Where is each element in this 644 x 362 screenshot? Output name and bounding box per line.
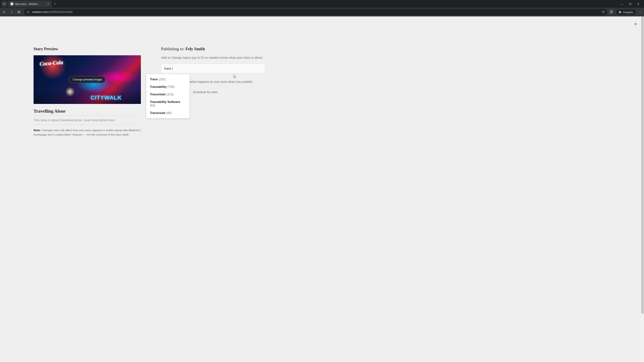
scrollbar-thumb[interactable]: [641, 16, 644, 314]
window-controls: [620, 2, 643, 6]
preview-note: Note: Changes here will affect how your …: [34, 128, 141, 137]
publishing-author[interactable]: Fely Smith: [186, 46, 205, 51]
topic-input[interactable]: [164, 67, 172, 70]
publishing-to-line: Publishing to: Fely Smith: [161, 46, 265, 51]
svg-rect-5: [28, 11, 29, 11]
autocomplete-item[interactable]: Traceroute (68): [146, 109, 190, 117]
story-preview-heading: Story Preview: [34, 46, 141, 51]
note-body: Changes here will affect how your story …: [34, 129, 141, 136]
url-text: medium.com/p/450f6a6826c0/edit: [32, 10, 600, 13]
publish-actions-row: Schedule for later: [193, 90, 265, 94]
browser-tab[interactable]: •• New story – Medium ✕: [8, 0, 52, 7]
svg-rect-2: [27, 11, 28, 11]
incognito-indicator[interactable]: Incognito: [616, 10, 636, 14]
svg-rect-1: [630, 3, 631, 5]
nav-reload-button[interactable]: [16, 9, 22, 14]
change-preview-image-button[interactable]: Change preview image: [69, 76, 106, 83]
incognito-icon: [618, 11, 622, 13]
mouse-cursor-icon: [234, 74, 236, 79]
story-subtitle-input[interactable]: This story is about travelling alone, in…: [34, 118, 141, 125]
window-maximize-button[interactable]: [628, 2, 632, 6]
svg-rect-6: [28, 12, 29, 13]
nav-forward-button[interactable]: [9, 9, 14, 14]
schedule-for-later-link[interactable]: Schedule for later: [193, 90, 218, 94]
browser-toolbar: medium.com/p/450f6a6826c0/edit Incognito…: [0, 8, 644, 16]
tab-search-dropdown[interactable]: [1, 1, 8, 7]
learn-more-text-fragment: what happens to your post when you publi…: [190, 80, 265, 84]
browser-menu-button[interactable]: ⋮: [639, 10, 642, 14]
window-close-button[interactable]: [636, 2, 640, 6]
svg-point-10: [620, 12, 621, 13]
site-info-icon[interactable]: [26, 10, 30, 13]
tab-bar: •• New story – Medium ✕ +: [0, 0, 644, 8]
topics-input-container[interactable]: Trace (131) Traceability (700) Tracechai…: [161, 64, 265, 73]
topic-autocomplete-dropdown: Trace (131) Traceability (700) Tracechai…: [146, 74, 190, 118]
publishing-to-prefix: Publishing to:: [161, 46, 186, 51]
side-panel-icon[interactable]: [610, 10, 613, 14]
address-bar[interactable]: medium.com/p/450f6a6826c0/edit: [24, 9, 607, 15]
browser-chrome: •• New story – Medium ✕ + medium.com/p/4…: [0, 0, 644, 16]
publish-modal: Story Preview Coca-Cola CITYWALK Change …: [0, 16, 644, 147]
autocomplete-item[interactable]: Traceability Software (91): [146, 98, 190, 109]
scrollbar-track[interactable]: [641, 16, 644, 362]
story-title-input[interactable]: Travelling Alone: [34, 109, 141, 116]
note-label: Note:: [34, 129, 41, 132]
bookmark-star-icon[interactable]: [602, 10, 605, 14]
tab-close-button[interactable]: ✕: [47, 2, 49, 5]
autocomplete-item[interactable]: Tracechain (113): [146, 91, 190, 98]
publish-settings-column: Publishing to: Fely Smith Add or change …: [161, 46, 265, 137]
autocomplete-item[interactable]: Trace (131): [146, 76, 190, 83]
window-minimize-button[interactable]: [620, 2, 624, 6]
tab-title: New story – Medium: [15, 2, 46, 5]
close-publish-modal-button[interactable]: ✕: [634, 22, 637, 26]
page-content: ✕ Story Preview Coca-Cola CITYWALK Chang…: [0, 16, 644, 362]
svg-rect-3: [27, 12, 29, 12]
incognito-label: Incognito: [623, 11, 633, 13]
nav-back-button[interactable]: [2, 9, 7, 14]
preview-image[interactable]: Coca-Cola CITYWALK Change preview image: [34, 55, 141, 104]
new-tab-button[interactable]: +: [52, 1, 58, 7]
story-preview-column: Story Preview Coca-Cola CITYWALK Change …: [34, 46, 141, 137]
svg-rect-4: [27, 12, 28, 13]
svg-point-9: [619, 12, 620, 13]
topics-hint-text: Add or change topics (up to 5) so reader…: [161, 55, 265, 60]
preview-image-decor-logo-top: Coca-Cola: [40, 59, 64, 67]
medium-favicon-icon: ••: [10, 2, 14, 5]
svg-rect-7: [610, 10, 613, 13]
autocomplete-item[interactable]: Traceability (700): [146, 83, 190, 91]
chevron-down-icon: [3, 3, 6, 5]
preview-image-decor-logo-bottom: CITYWALK: [90, 94, 122, 101]
